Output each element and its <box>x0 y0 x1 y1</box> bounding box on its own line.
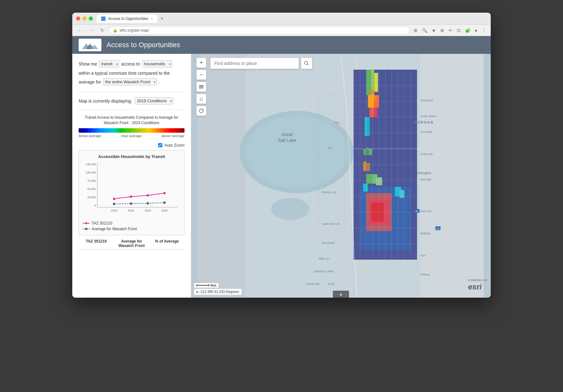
sidebar: Show me transit auto access to household… <box>72 54 191 298</box>
layers-button[interactable] <box>196 82 206 92</box>
svg-text:MORGAN: MORGAN <box>414 120 434 124</box>
region-select-wrapper[interactable]: the entire Wasatch Front Salt Lake Count… <box>103 78 157 85</box>
show-me-row: Show me transit auto access to household… <box>79 60 184 67</box>
legend-section: Transit Access to Households Compared to… <box>79 115 184 138</box>
svg-rect-129 <box>197 284 197 286</box>
svg-text:Farmington: Farmington <box>414 171 432 175</box>
auto-zoom-checkbox[interactable] <box>158 143 162 147</box>
nav-forward-button[interactable]: → <box>87 26 96 35</box>
svg-rect-128 <box>197 285 209 286</box>
svg-text:75,000: 75,000 <box>87 179 96 182</box>
households-select[interactable]: households jobs <box>142 60 172 67</box>
powered-by-label: POWERED BY <box>468 279 488 282</box>
address-bar[interactable]: 🔒 wfrc.org/ato-map/ <box>109 26 410 35</box>
svg-point-39 <box>246 116 347 188</box>
svg-text:Wanship: Wanship <box>420 178 431 181</box>
svg-rect-30 <box>164 201 166 204</box>
scale-bar-area: 6mi <box>194 282 219 288</box>
profile-icon[interactable]: ● <box>474 27 479 34</box>
search-icon[interactable]: 🔍 <box>421 27 429 34</box>
region-select[interactable]: the entire Wasatch Front Salt Lake Count… <box>103 78 157 85</box>
home-button[interactable]: ⌂ <box>196 94 206 104</box>
conditions-select[interactable]: 2019 Conditions 2015 Conditions 2025 Con… <box>135 97 173 104</box>
conditions-row: Map is currently displaying: 2019 Condit… <box>79 97 184 104</box>
divider-2 <box>79 110 184 110</box>
conditions-select-wrapper[interactable]: 2019 Conditions 2015 Conditions 2025 Con… <box>135 97 173 104</box>
svg-text:Alta: Alta <box>420 254 425 257</box>
svg-text:0: 0 <box>94 204 96 207</box>
legend-item-taz: TAZ 351210 <box>83 221 180 225</box>
refresh-icon <box>199 108 204 113</box>
transit-select[interactable]: transit auto <box>99 60 119 67</box>
svg-rect-34 <box>85 228 87 230</box>
svg-point-65 <box>373 96 377 100</box>
legend-below-label: below average <box>79 134 101 138</box>
nav-back-button[interactable]: ← <box>75 26 84 35</box>
esri-logo: esri <box>468 282 482 291</box>
svg-rect-51 <box>374 108 378 117</box>
window-icon[interactable]: ⊡ <box>456 27 462 34</box>
transit-select-wrapper[interactable]: transit auto <box>99 60 119 67</box>
svg-point-26 <box>164 192 166 194</box>
address-text: wfrc.org/ato-map/ <box>120 28 149 33</box>
svg-point-66 <box>369 103 372 106</box>
browser-toolbar: ← → ↻ 🔒 wfrc.org/ato-map/ ⊞ 🔍 ★ ⊕ ✏ ⊡ 🧩 … <box>72 25 491 36</box>
nav-reload-button[interactable]: ↻ <box>98 26 106 35</box>
browser-tab[interactable]: Access to Opportunities × <box>97 15 157 23</box>
expand-btn-area: ▲ <box>333 291 349 298</box>
puzzle-icon[interactable]: 🧩 <box>464 27 472 34</box>
svg-rect-52 <box>365 117 367 136</box>
svg-text:Salt Lake: Salt Lake <box>278 138 296 143</box>
svg-text:Brighton: Brighton <box>420 232 431 235</box>
refresh-button[interactable] <box>196 106 206 116</box>
legend-gradient <box>79 128 184 133</box>
svg-text:65: 65 <box>416 210 418 213</box>
svg-rect-27 <box>113 203 115 205</box>
svg-rect-53 <box>367 117 370 136</box>
edit-icon[interactable]: ✏ <box>447 27 454 34</box>
map-search-input[interactable] <box>210 58 299 69</box>
svg-text:South Weber: South Weber <box>420 115 437 118</box>
taz-legend-label: TAZ 351210 <box>92 221 112 225</box>
tab-close-icon[interactable]: × <box>151 17 153 21</box>
table-header-avg: Average for Wasatch Front <box>114 239 149 248</box>
svg-rect-50 <box>370 108 374 117</box>
toolbar-icons: ⊞ 🔍 ★ ⊕ ✏ ⊡ 🧩 ● ⋮ <box>412 27 488 34</box>
table-header-row: TAZ 351210 Average for Wasatch Front % o… <box>79 239 184 250</box>
svg-text:Erda: Erda <box>328 282 334 286</box>
svg-rect-36 <box>420 54 484 298</box>
control-section: Show me transit auto access to household… <box>79 60 184 85</box>
svg-text:Enterprise: Enterprise <box>420 99 433 102</box>
map-all-controls: + − ⌂ <box>196 58 206 117</box>
extensions-icon[interactable]: ⊞ <box>412 27 419 34</box>
layers-icon <box>198 84 204 90</box>
svg-text:25,000: 25,000 <box>87 196 96 199</box>
svg-text:DAVIS: DAVIS <box>395 158 412 162</box>
scale-label: 6mi <box>210 283 216 287</box>
svg-point-32 <box>85 222 87 224</box>
zoom-in-button[interactable]: + <box>196 58 206 68</box>
bookmark-icon[interactable]: ★ <box>430 27 437 34</box>
new-tab-button[interactable]: + <box>157 14 166 23</box>
map-search-button[interactable] <box>301 58 312 69</box>
households-select-wrapper[interactable]: households jobs <box>142 60 172 67</box>
svg-text:100,000: 100,000 <box>86 171 96 174</box>
svg-text:Lake Point Jct.: Lake Point Jct. <box>322 222 341 225</box>
map-background: Great Salt Lake MORGAN DAVIS Farmington … <box>191 54 491 298</box>
svg-point-40 <box>271 198 309 220</box>
close-button[interactable] <box>76 16 80 21</box>
svg-text:125,000: 125,000 <box>86 163 96 166</box>
menu-icon[interactable]: ⋮ <box>481 27 488 34</box>
svg-text:Huntsville: Huntsville <box>420 130 433 134</box>
zoom-out-button[interactable]: − <box>196 70 206 80</box>
divider-1 <box>79 92 184 92</box>
average-for-label: average for <box>79 79 101 85</box>
table-header-taz: TAZ 351210 <box>79 239 114 248</box>
svg-rect-47 <box>374 73 378 92</box>
svg-point-24 <box>130 195 132 198</box>
svg-text:We...: We... <box>335 121 341 124</box>
tab-icon[interactable]: ⊕ <box>439 27 445 34</box>
expand-button[interactable]: ▲ <box>333 291 349 298</box>
maximize-button[interactable] <box>89 16 93 21</box>
minimize-button[interactable] <box>82 16 87 21</box>
